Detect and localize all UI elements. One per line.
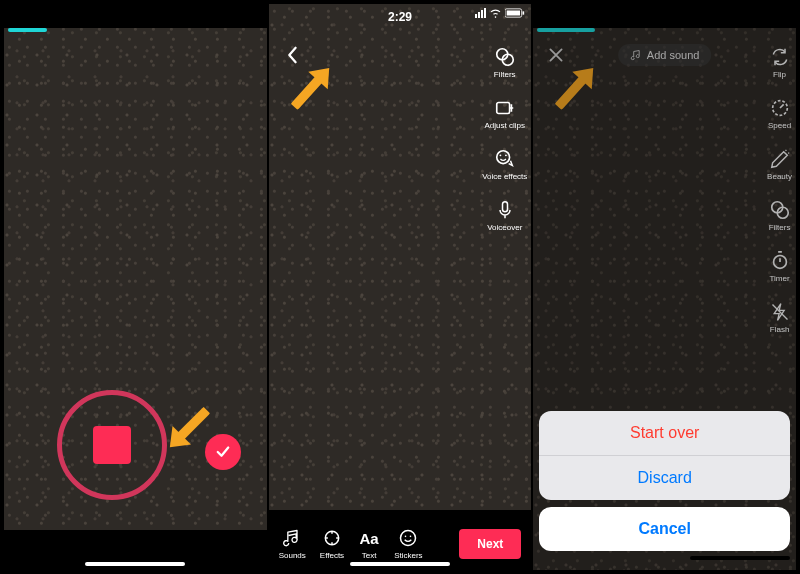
next-button[interactable]: Next bbox=[459, 529, 521, 559]
stickers-icon bbox=[398, 528, 418, 548]
sidebar-item-voice-effects[interactable]: Voice effects bbox=[482, 148, 527, 181]
voice-effects-icon bbox=[494, 148, 516, 170]
svg-point-6 bbox=[496, 151, 509, 164]
back-button[interactable] bbox=[281, 44, 303, 66]
tool-label: Filters bbox=[494, 70, 516, 79]
battery-icon bbox=[505, 8, 525, 18]
edit-side-toolbar: Filters Adjust clips Voice effects Voice… bbox=[482, 46, 527, 232]
tool-label: Sounds bbox=[279, 551, 306, 560]
record-button[interactable] bbox=[57, 390, 167, 500]
sidebar-item-filters[interactable]: Filters bbox=[494, 46, 516, 79]
screen-recording bbox=[4, 4, 267, 570]
chevron-left-icon bbox=[285, 46, 299, 64]
tool-label: Adjust clips bbox=[485, 121, 525, 130]
stop-icon bbox=[93, 426, 131, 464]
bottom-stickers[interactable]: Stickers bbox=[394, 527, 422, 560]
svg-point-7 bbox=[499, 154, 501, 156]
confirm-button[interactable] bbox=[205, 434, 241, 470]
home-indicator[interactable] bbox=[350, 562, 450, 566]
svg-rect-2 bbox=[523, 11, 525, 14]
edit-bottom-bar: Sounds Effects Aa Text Stickers Next bbox=[269, 510, 532, 570]
adjust-clips-icon bbox=[494, 97, 516, 119]
screen-discard: Add sound Flip Speed Beauty Filters bbox=[533, 4, 796, 570]
svg-point-8 bbox=[505, 154, 507, 156]
filters-icon bbox=[494, 46, 516, 68]
screen-edit: 2:29 Filters Adjust clips bbox=[269, 4, 532, 570]
text-icon: Aa bbox=[358, 527, 380, 549]
three-screen-layout: 2:29 Filters Adjust clips bbox=[0, 0, 800, 574]
bottom-effects[interactable]: Effects bbox=[320, 527, 344, 560]
bottom-bar bbox=[4, 530, 267, 570]
svg-rect-1 bbox=[507, 11, 520, 16]
check-icon bbox=[214, 443, 232, 461]
svg-rect-9 bbox=[502, 202, 507, 212]
effects-icon bbox=[322, 528, 342, 548]
record-progress bbox=[8, 28, 47, 32]
wifi-icon bbox=[489, 8, 502, 18]
sidebar-item-adjust-clips[interactable]: Adjust clips bbox=[485, 97, 525, 130]
tool-label: Stickers bbox=[394, 551, 422, 560]
bottom-text[interactable]: Aa Text bbox=[358, 527, 380, 560]
home-indicator[interactable] bbox=[85, 562, 185, 566]
tool-label: Text bbox=[362, 551, 377, 560]
tool-label: Voiceover bbox=[487, 223, 522, 232]
status-icons bbox=[475, 8, 525, 18]
svg-point-12 bbox=[405, 536, 407, 538]
discard-button[interactable]: Discard bbox=[539, 455, 790, 500]
svg-point-13 bbox=[410, 536, 412, 538]
voiceover-icon bbox=[495, 199, 515, 221]
tool-label: Effects bbox=[320, 551, 344, 560]
status-time: 2:29 bbox=[388, 10, 412, 24]
bottom-sounds[interactable]: Sounds bbox=[279, 527, 306, 560]
sheet-options: Start over Discard bbox=[539, 411, 790, 500]
signal-icon bbox=[475, 8, 486, 18]
svg-rect-5 bbox=[496, 103, 509, 114]
tool-label: Voice effects bbox=[482, 172, 527, 181]
action-sheet: Start over Discard Cancel bbox=[539, 411, 790, 564]
home-indicator[interactable] bbox=[690, 556, 790, 560]
svg-point-11 bbox=[401, 531, 416, 546]
status-area bbox=[4, 4, 267, 28]
cancel-button[interactable]: Cancel bbox=[539, 507, 790, 551]
sidebar-item-voiceover[interactable]: Voiceover bbox=[487, 199, 522, 232]
sounds-icon bbox=[282, 528, 302, 548]
start-over-button[interactable]: Start over bbox=[539, 411, 790, 455]
